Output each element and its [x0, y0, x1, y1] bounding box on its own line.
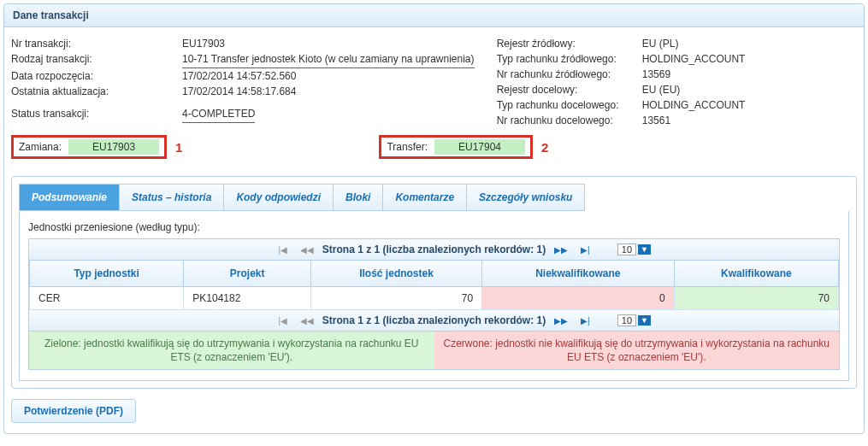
panel-title: Dane transakcji: [4, 4, 864, 27]
page-size-value: 10: [617, 314, 636, 326]
pager-top: |◀ ◀◀ Strona 1 z 1 (liczba znalezionych …: [29, 239, 839, 261]
src-reg-label: Rejestr źródłowy:: [497, 36, 642, 51]
tx-status-label: Status transakcji:: [11, 106, 182, 123]
dst-reg-value: EU (EU): [642, 82, 681, 97]
src-nr-label: Nr rachunku źródłowego:: [497, 67, 642, 82]
tx-update-value: 17/02/2014 14:58:17.684: [182, 84, 296, 99]
dst-type-label: Typ rachunku docelowego:: [497, 97, 642, 113]
linked-transfer: Transfer: EU17904: [379, 135, 533, 159]
tab-komentarze[interactable]: Komentarze: [382, 184, 466, 211]
cell-type: CER: [30, 287, 184, 310]
col-ilosc[interactable]: Ilość jednostek: [311, 261, 482, 287]
cell-project: PK104182: [184, 287, 311, 310]
first-page-icon[interactable]: |◀: [275, 314, 292, 327]
confirmation-pdf-button[interactable]: Potwierdzenie (PDF): [11, 399, 136, 423]
prev-page-icon[interactable]: ◀◀: [298, 314, 316, 327]
cell-q: 70: [674, 287, 838, 310]
col-typ-jednostki[interactable]: Typ jednostki: [30, 261, 184, 287]
tx-status-value: 4-COMPLETED: [182, 106, 255, 123]
zamiana-label: Zamiana:: [19, 141, 62, 153]
dst-reg-label: Rejestr docelowy:: [497, 82, 642, 97]
legend-green: Zielone: jednostki kwalifikują się do ut…: [29, 332, 434, 369]
tab-status-historia[interactable]: Status – historia: [119, 184, 223, 211]
transfer-label: Transfer:: [387, 141, 428, 153]
cell-qty: 70: [311, 287, 482, 310]
tx-start-label: Data rozpoczęcia:: [11, 68, 182, 84]
tab-kody-odpowiedzi[interactable]: Kody odpowiedzi: [223, 184, 333, 211]
src-type-value: HOLDING_ACCOUNT: [642, 51, 746, 67]
dropdown-icon: ▼: [638, 315, 651, 326]
next-page-icon[interactable]: ▶▶: [552, 314, 570, 327]
linked-transactions: Zamiana: EU17903 1 Transfer: EU17904 2: [11, 135, 857, 159]
units-table: Typ jednostki Projekt Ilość jednostek Ni…: [29, 261, 839, 310]
tx-nr-value: EU17903: [182, 36, 225, 51]
tx-start-value: 17/02/2014 14:57:52.560: [182, 68, 296, 84]
page-size-select[interactable]: 10 ▼: [617, 314, 651, 326]
tx-update-label: Ostatnia aktualizacja:: [11, 84, 182, 99]
tab-szczegoly-wniosku[interactable]: Szczegóły wniosku: [466, 184, 585, 211]
panel-body: Nr transakcji: EU17903 Rodzaj transakcji…: [4, 27, 864, 433]
tab-body: Jednostki przeniesione (według typu): |◀…: [19, 211, 849, 381]
dst-type-value: HOLDING_ACCOUNT: [642, 97, 746, 113]
table-row: CER PK104182 70 0 70: [30, 287, 839, 310]
dropdown-icon: ▼: [638, 244, 651, 255]
callout-1: 1: [175, 140, 182, 155]
page-size-value: 10: [617, 244, 636, 255]
dst-nr-value: 13561: [642, 113, 670, 128]
page-size-select[interactable]: 10 ▼: [617, 244, 651, 255]
prev-page-icon[interactable]: ◀◀: [298, 243, 316, 256]
legend-red: Czerwone: jednostki nie kwalifikują się …: [434, 332, 840, 369]
src-type-label: Typ rachunku źródłowego:: [497, 51, 642, 67]
info-right: Rejestr źródłowy:EU (PL) Typ rachunku źr…: [497, 36, 857, 128]
last-page-icon[interactable]: ▶|: [576, 243, 593, 256]
src-reg-value: EU (PL): [642, 36, 679, 51]
col-niekwalifikowane[interactable]: Niekwalifikowane: [482, 261, 675, 287]
list-title: Jednostki przeniesione (według typu):: [28, 221, 840, 233]
tx-type-value: 10-71 Transfer jednostek Kioto (w celu z…: [182, 51, 475, 68]
tab-bloki[interactable]: Bloki: [333, 184, 382, 211]
tx-nr-label: Nr transakcji:: [11, 36, 182, 51]
cell-nq: 0: [482, 287, 675, 310]
zamiana-link[interactable]: EU17903: [68, 139, 159, 155]
col-kwalifikowane[interactable]: Kwalifikowane: [674, 261, 838, 287]
info-left: Nr transakcji: EU17903 Rodzaj transakcji…: [11, 36, 480, 128]
grid-wrapper: |◀ ◀◀ Strona 1 z 1 (liczba znalezionych …: [28, 238, 840, 370]
transfer-link[interactable]: EU17904: [434, 139, 525, 155]
pager-label: Strona 1 z 1 (liczba znalezionych rekord…: [322, 244, 546, 255]
summary-panel: Podsumowanie Status – historia Kody odpo…: [11, 176, 857, 389]
pager-bottom: |◀ ◀◀ Strona 1 z 1 (liczba znalezionych …: [29, 310, 839, 332]
col-projekt[interactable]: Projekt: [184, 261, 311, 287]
tabs: Podsumowanie Status – historia Kody odpo…: [19, 184, 849, 211]
first-page-icon[interactable]: |◀: [275, 243, 292, 256]
info-columns: Nr transakcji: EU17903 Rodzaj transakcji…: [11, 36, 857, 128]
next-page-icon[interactable]: ▶▶: [552, 243, 570, 256]
pager-label-bottom: Strona 1 z 1 (liczba znalezionych rekord…: [322, 314, 546, 326]
tx-type-label: Rodzaj transakcji:: [11, 51, 182, 68]
src-nr-value: 13569: [642, 67, 670, 82]
legend: Zielone: jednostki kwalifikują się do ut…: [29, 332, 839, 369]
callout-2: 2: [541, 140, 548, 155]
linked-zamiana: Zamiana: EU17903: [11, 135, 167, 159]
last-page-icon[interactable]: ▶|: [576, 314, 593, 327]
transaction-panel: Dane transakcji Nr transakcji: EU17903 R…: [3, 3, 865, 434]
tab-podsumowanie[interactable]: Podsumowanie: [19, 184, 119, 211]
dst-nr-label: Nr rachunku docelowego:: [497, 113, 642, 128]
